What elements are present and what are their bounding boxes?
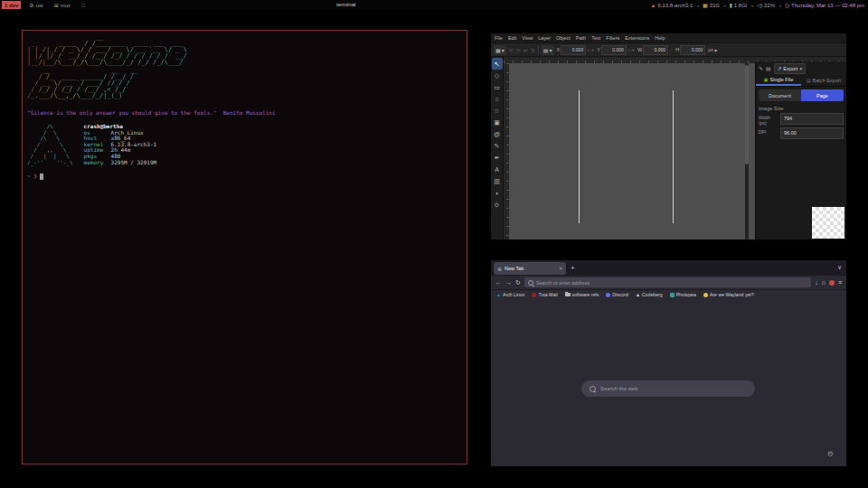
x-coordinate-field[interactable]: X 0.000 − + bbox=[557, 45, 595, 55]
text-tool-icon[interactable]: A bbox=[492, 164, 503, 175]
photopea-icon bbox=[670, 293, 675, 297]
menu-filters[interactable]: Filters bbox=[606, 35, 619, 41]
inkscape-window: File Edit View Layer Object Path Text Fi… bbox=[491, 33, 846, 239]
active-tab[interactable]: ⊕ New Tab × bbox=[494, 262, 566, 275]
flip-horizontal-icon[interactable]: ⇄ bbox=[524, 47, 528, 53]
download-icon[interactable]: ↓ bbox=[815, 279, 818, 286]
new-tab-button[interactable]: + bbox=[571, 264, 575, 272]
bookmark-are-we-wayland-yet[interactable]: Are we Wayland yet? bbox=[703, 292, 754, 297]
pencil-tool-icon[interactable]: ✎ bbox=[492, 140, 503, 152]
layers-icon[interactable]: ▤ bbox=[766, 65, 771, 71]
h-value[interactable]: 0.000 bbox=[680, 45, 705, 55]
bookmark-label: Discord bbox=[612, 292, 628, 297]
star-tool-icon[interactable]: ☆ bbox=[492, 105, 503, 117]
pencil-icon[interactable]: ✎ bbox=[759, 65, 763, 71]
forward-icon[interactable]: → bbox=[505, 279, 512, 286]
rotate-ccw-icon[interactable]: ⟲ bbox=[509, 47, 514, 53]
y-coordinate-field[interactable]: Y 0.000 − + bbox=[597, 45, 635, 55]
unit-dropdown[interactable]: px ▾ bbox=[708, 47, 717, 53]
search-placeholder: Search the web bbox=[600, 386, 638, 391]
canvas-scrollbar[interactable] bbox=[745, 63, 749, 239]
align-dropdown[interactable]: ▤ ▾ bbox=[542, 45, 554, 55]
back-icon[interactable]: ← bbox=[495, 279, 502, 286]
menu-object[interactable]: Object bbox=[556, 35, 571, 41]
bookmark-software-refs[interactable]: software refs bbox=[565, 292, 599, 297]
menu-text[interactable]: Text bbox=[591, 35, 600, 41]
bookmark-codeberg[interactable]: ▲ Codeberg bbox=[636, 292, 663, 297]
clock-module: ◷ Thursday, Mar 13 — 02:48 pm bbox=[785, 2, 864, 8]
tab-bar: ⊕ New Tab × + ∨ bbox=[491, 260, 846, 276]
status-modules: ▲ 6.13.8-arch3-1 ◂ ▦ 31G ◂ ▮ 1.8Gi ◂ ◁) … bbox=[650, 0, 864, 10]
node-tool-icon[interactable]: ◇ bbox=[492, 70, 503, 81]
memory-module: ▮ 1.8Gi bbox=[729, 2, 747, 8]
globe-icon: ⊕ bbox=[497, 266, 502, 272]
menu-file[interactable]: File bbox=[495, 35, 503, 41]
decrement-icon[interactable]: − bbox=[587, 47, 590, 52]
tab-batch-export[interactable]: ▤ Batch Export bbox=[801, 74, 846, 86]
y-value[interactable]: 0.000 bbox=[601, 45, 627, 55]
list-tabs-icon[interactable]: ∨ bbox=[837, 264, 842, 271]
document-button[interactable]: Document bbox=[759, 89, 801, 101]
url-bar[interactable]: Search or enter address bbox=[524, 277, 811, 287]
terminal-window[interactable]: __ _ _____ / /________ ____ ___ ___ | | … bbox=[22, 30, 467, 465]
grid-icon: ▦ bbox=[495, 47, 501, 53]
lock-ratio-icon[interactable]: ▫ bbox=[671, 47, 673, 52]
kernel-version: 6.13.8-arch3-1 bbox=[657, 3, 693, 8]
flip-vertical-icon[interactable]: ⇅ bbox=[531, 47, 535, 53]
rect-tool-icon[interactable]: ▭ bbox=[492, 81, 503, 93]
shell-prompt[interactable]: ~ ❯ bbox=[27, 173, 462, 180]
menu-layer[interactable]: Layer bbox=[538, 35, 551, 41]
menu-bar: File Edit View Layer Object Path Text Fi… bbox=[491, 33, 850, 42]
increment-icon[interactable]: + bbox=[631, 47, 635, 52]
workspace-tag-ust[interactable]: ⚙ ust bbox=[26, 1, 45, 9]
tab-single-file[interactable]: ▣ Single File bbox=[756, 74, 801, 86]
height-field[interactable]: H 0.000 bbox=[675, 45, 705, 55]
close-icon[interactable]: × bbox=[799, 66, 802, 71]
gradient-tool-icon[interactable]: ▥ bbox=[492, 175, 503, 187]
h-label: H bbox=[675, 47, 679, 52]
x-value[interactable]: 0.000 bbox=[561, 45, 586, 55]
search-icon bbox=[528, 280, 533, 286]
menu-icon[interactable]: ≡ bbox=[838, 279, 842, 286]
export-dialog-tab[interactable]: ↗ Export × bbox=[774, 63, 807, 74]
bookmark-tuta-mail[interactable]: Tuta Mail bbox=[532, 292, 557, 297]
extension-badge-icon[interactable] bbox=[829, 280, 835, 286]
bookmark-arch-linux[interactable]: ▲ Arch Linux bbox=[496, 292, 524, 297]
rotate-cw-icon[interactable]: ⟳ bbox=[516, 47, 521, 53]
reload-icon[interactable]: ↻ bbox=[515, 279, 521, 286]
menu-path[interactable]: Path bbox=[576, 35, 586, 41]
menu-extensions[interactable]: Extensions bbox=[625, 35, 649, 41]
bookmark-discord[interactable]: Discord bbox=[606, 292, 628, 297]
workspace-tag-mux[interactable]: ⊞ mux bbox=[52, 1, 73, 9]
terminal-multiplexer-icon: ⊞ bbox=[54, 2, 59, 8]
dpi-input[interactable]: 96.00 bbox=[780, 127, 844, 139]
close-tab-icon[interactable]: × bbox=[559, 266, 562, 271]
selector-tool-icon[interactable]: ↖ bbox=[492, 58, 503, 70]
menu-help[interactable]: Help bbox=[655, 35, 665, 41]
width-field[interactable]: W 0.000 bbox=[637, 45, 668, 55]
arch-icon: ▲ bbox=[650, 3, 656, 8]
pen-tool-icon[interactable]: ✒ bbox=[492, 152, 503, 164]
width-input[interactable]: 794 bbox=[780, 113, 844, 125]
workspace-tag-dev[interactable]: 1 dev bbox=[2, 1, 21, 9]
selection-mode-dropdown[interactable]: ▦ ▾ bbox=[494, 45, 506, 55]
home-icon[interactable]: ⌂ bbox=[822, 279, 826, 286]
menu-view[interactable]: View bbox=[522, 35, 533, 41]
dropper-tool-icon[interactable]: ◗ bbox=[492, 187, 503, 199]
spiral-tool-icon[interactable]: @ bbox=[492, 128, 503, 140]
web-search-field[interactable]: Search the web bbox=[581, 380, 755, 397]
scrollbar-thumb[interactable] bbox=[745, 65, 749, 164]
w-value[interactable]: 0.000 bbox=[643, 45, 668, 55]
personalize-gear-icon[interactable]: ⚙ bbox=[827, 450, 834, 458]
menu-edit[interactable]: Edit bbox=[508, 35, 516, 41]
bookmark-photopea[interactable]: Photopea bbox=[670, 292, 696, 297]
increment-icon[interactable]: + bbox=[591, 47, 595, 52]
kernel-module: ▲ 6.13.8-arch3-1 bbox=[650, 3, 693, 8]
box3d-tool-icon[interactable]: ▣ bbox=[492, 117, 503, 128]
focused-window-title: terminal bbox=[336, 0, 355, 10]
decrement-icon[interactable]: − bbox=[627, 47, 631, 52]
zoom-tool-icon[interactable]: ⊙ bbox=[492, 199, 503, 211]
ellipse-tool-icon[interactable]: ○ bbox=[492, 93, 503, 105]
workspace-tag-empty[interactable]: □ bbox=[79, 1, 88, 9]
page-button[interactable]: Page bbox=[801, 89, 844, 101]
